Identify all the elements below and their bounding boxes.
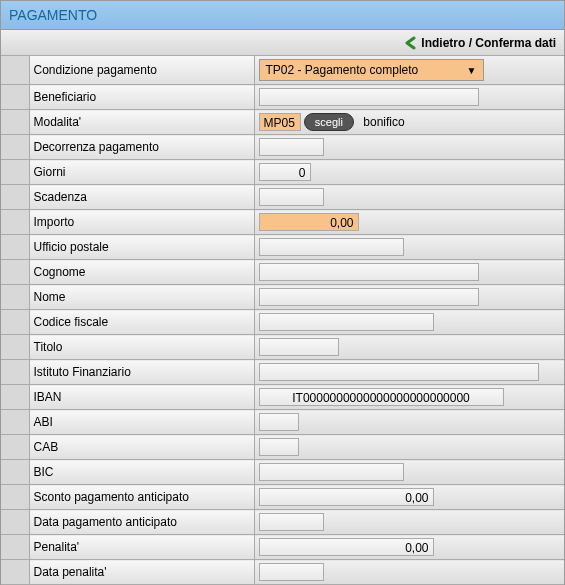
input-titolo[interactable]: [259, 338, 339, 356]
label-modalita: Modalita': [29, 110, 254, 135]
back-confirm-label: Indietro / Conferma dati: [421, 36, 556, 50]
input-decorrenza[interactable]: [259, 138, 324, 156]
input-importo[interactable]: 0,00: [259, 213, 359, 231]
back-arrow-icon: [404, 36, 418, 50]
label-bic: BIC: [29, 460, 254, 485]
input-nome[interactable]: [259, 288, 479, 306]
panel-header: PAGAMENTO: [1, 1, 564, 30]
chevron-down-icon: ▼: [467, 65, 477, 76]
label-importo: Importo: [29, 210, 254, 235]
input-beneficiario[interactable]: [259, 88, 479, 106]
label-cognome: Cognome: [29, 260, 254, 285]
panel-title: PAGAMENTO: [9, 7, 97, 23]
input-data-anticipato[interactable]: [259, 513, 324, 531]
select-condizione-pagamento[interactable]: TP02 - Pagamento completo ▼: [259, 59, 484, 81]
input-scadenza[interactable]: [259, 188, 324, 206]
payment-form: Condizione pagamento TP02 - Pagamento co…: [1, 56, 564, 585]
input-iban[interactable]: IT0000000000000000000000000: [259, 388, 504, 406]
label-decorrenza: Decorrenza pagamento: [29, 135, 254, 160]
input-cab[interactable]: [259, 438, 299, 456]
label-data-penalita: Data penalita': [29, 560, 254, 585]
scegli-button[interactable]: scegli: [304, 113, 354, 131]
input-giorni[interactable]: 0: [259, 163, 311, 181]
label-beneficiario: Beneficiario: [29, 85, 254, 110]
input-data-penalita[interactable]: [259, 563, 324, 581]
label-ufficio: Ufficio postale: [29, 235, 254, 260]
label-iban: IBAN: [29, 385, 254, 410]
input-istituto[interactable]: [259, 363, 539, 381]
select-value: TP02 - Pagamento completo: [266, 63, 419, 77]
label-data-anticipato: Data pagamento anticipato: [29, 510, 254, 535]
input-modalita-code[interactable]: MP05: [259, 113, 301, 131]
label-cab: CAB: [29, 435, 254, 460]
label-nome: Nome: [29, 285, 254, 310]
label-scadenza: Scadenza: [29, 185, 254, 210]
label-condizione: Condizione pagamento: [29, 56, 254, 85]
label-titolo: Titolo: [29, 335, 254, 360]
modalita-text: bonifico: [357, 115, 404, 129]
input-bic[interactable]: [259, 463, 404, 481]
label-cf: Codice fiscale: [29, 310, 254, 335]
input-penalita[interactable]: 0,00: [259, 538, 434, 556]
toolbar-top: Indietro / Conferma dati: [1, 30, 564, 56]
label-abi: ABI: [29, 410, 254, 435]
input-sconto[interactable]: 0,00: [259, 488, 434, 506]
input-ufficio[interactable]: [259, 238, 404, 256]
label-istituto: Istituto Finanziario: [29, 360, 254, 385]
input-cognome[interactable]: [259, 263, 479, 281]
input-cf[interactable]: [259, 313, 434, 331]
back-confirm-link-top[interactable]: Indietro / Conferma dati: [404, 36, 556, 50]
label-sconto: Sconto pagamento anticipato: [29, 485, 254, 510]
label-penalita: Penalita': [29, 535, 254, 560]
label-giorni: Giorni: [29, 160, 254, 185]
input-abi[interactable]: [259, 413, 299, 431]
